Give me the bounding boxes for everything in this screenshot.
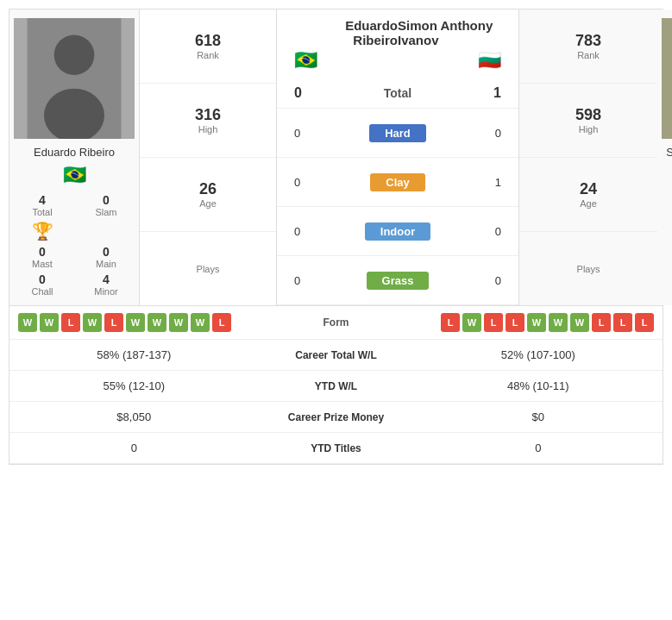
form-badge-l10: L xyxy=(212,313,231,332)
form-badge-r8: L xyxy=(592,313,611,332)
total-left: 0 xyxy=(294,85,302,101)
left-chall-val: 0 xyxy=(14,272,71,286)
form-badge-r5: W xyxy=(527,313,546,332)
right-rank-block: 783 Rank xyxy=(519,9,657,84)
career-total-row: 58% (187-137) Career Total W/L 52% (107-… xyxy=(9,340,663,371)
player-left: Eduardo Ribeiro 🇧🇷 4 Total 0 Slam 🏆 0 Ma… xyxy=(9,9,139,305)
right-total-val: 0 xyxy=(662,193,672,207)
ytd-titles-label: YTD Titles xyxy=(250,442,423,454)
left-minor-stat: 4 Minor xyxy=(78,272,135,297)
form-badge-l7: W xyxy=(148,313,166,332)
ytd-wl-label: YTD W/L xyxy=(250,380,423,392)
right-high-val: 598 xyxy=(575,106,601,124)
left-main-val: 0 xyxy=(78,245,135,259)
career-total-right: 52% (107-100) xyxy=(423,348,655,361)
total-label: Total xyxy=(384,86,411,100)
total-row: 0 Total 1 xyxy=(277,78,518,109)
left-mast-stat: 0 Mast xyxy=(14,245,71,269)
ytd-titles-left: 0 xyxy=(18,442,250,454)
form-badge-l4: W xyxy=(83,313,102,332)
form-badge-l9: W xyxy=(191,313,210,332)
ytd-wl-left: 55% (12-10) xyxy=(18,379,250,392)
form-badge-l2: W xyxy=(40,313,59,332)
indoor-right: 0 xyxy=(495,225,501,238)
clay-right: 1 xyxy=(495,176,501,189)
header-left-flag: 🇧🇷 xyxy=(294,49,317,72)
left-main-stat: 0 Main xyxy=(78,245,135,269)
surface-rows: 0 Hard 0 0 Clay 1 0 Indoor 0 0 Grass xyxy=(277,109,518,305)
prize-money-row: $8,050 Career Prize Money $0 xyxy=(9,402,663,433)
clay-row: 0 Clay 1 xyxy=(277,158,518,207)
left-total-stat: 4 Total xyxy=(14,193,71,217)
left-center-stats: 618 Rank 316 High 26 Age Plays xyxy=(139,9,277,305)
grass-row: 0 Grass 0 xyxy=(277,256,518,305)
left-mast-val: 0 xyxy=(14,245,71,259)
left-flag: 🇧🇷 xyxy=(63,164,86,186)
form-left-badges: W W L W L W W W W L xyxy=(18,313,272,332)
form-badge-r10: L xyxy=(635,313,654,332)
left-trophy: 🏆 xyxy=(14,221,71,241)
form-badge-r7: W xyxy=(570,313,589,332)
form-badge-l5: L xyxy=(104,313,123,332)
right-center-stats: 783 Rank 598 High 24 Age Plays xyxy=(519,9,657,305)
form-badge-l8: W xyxy=(169,313,188,332)
form-right-badges: L W L L W W W L L L xyxy=(401,313,655,332)
form-badge-l3: L xyxy=(61,313,80,332)
hard-badge: Hard xyxy=(369,124,426,142)
ytd-titles-row: 0 YTD Titles 0 xyxy=(9,433,663,464)
right-player-photo xyxy=(662,18,672,139)
total-right: 1 xyxy=(493,85,501,101)
left-chall-stat: 0 Chall xyxy=(14,272,71,297)
form-badge-r4: L xyxy=(506,313,524,332)
right-mast-val: 0 xyxy=(662,245,672,259)
left-player-header: EduardoRibeiro xyxy=(294,18,398,47)
hard-row: 0 Hard 0 xyxy=(277,109,518,158)
right-chall-stat: 0 Chall xyxy=(662,272,672,297)
indoor-badge: Indoor xyxy=(365,222,430,241)
right-plays-block: Plays xyxy=(519,232,657,305)
right-mast-stat: 0 Mast xyxy=(662,245,672,269)
left-age-block: 26 Age xyxy=(140,158,276,232)
left-trophy-icon: 🏆 xyxy=(32,221,53,241)
form-label: Form xyxy=(272,316,401,329)
hard-left: 0 xyxy=(294,127,300,140)
form-badge-l6: W xyxy=(126,313,145,332)
prize-money-left: $8,050 xyxy=(18,410,250,423)
grass-badge: Grass xyxy=(367,272,430,290)
svg-point-1 xyxy=(54,34,95,75)
form-badge-r3: L xyxy=(484,313,503,332)
clay-left: 0 xyxy=(294,176,300,189)
left-total-val: 4 xyxy=(14,193,71,207)
left-age-val: 26 xyxy=(199,180,217,198)
prize-money-label: Career Prize Money xyxy=(250,411,423,423)
right-stats-grid: 0 Total 0 Slam 🏆 0 Mast 0 Main xyxy=(662,193,672,297)
ytd-titles-right: 0 xyxy=(423,442,655,454)
right-high-block: 598 High xyxy=(519,84,657,158)
career-total-label: Career Total W/L xyxy=(250,349,423,361)
form-badge-r2: W xyxy=(462,313,481,332)
form-badge-r1: L xyxy=(441,313,460,332)
left-high-block: 316 High xyxy=(140,84,276,158)
right-total-stat: 0 Total xyxy=(662,193,672,217)
right-player-header: Simon AnthonyIvanov xyxy=(398,18,501,47)
left-player-name: Eduardo Ribeiro xyxy=(34,146,115,159)
hard-right: 0 xyxy=(495,127,501,140)
left-slam-val: 0 xyxy=(78,193,135,207)
top-section: Eduardo Ribeiro 🇧🇷 4 Total 0 Slam 🏆 0 Ma… xyxy=(9,9,663,306)
left-stats-grid: 4 Total 0 Slam 🏆 0 Mast 0 Main xyxy=(14,193,135,297)
career-total-left: 58% (187-137) xyxy=(18,348,250,361)
left-high-val: 316 xyxy=(195,106,221,124)
indoor-left: 0 xyxy=(294,225,300,238)
left-player-photo xyxy=(14,18,135,139)
prize-money-right: $0 xyxy=(423,410,655,423)
form-section: W W L W L W W W W L Form L W L L W W W L xyxy=(9,306,663,465)
right-trophy: 🏆 xyxy=(662,221,672,241)
right-player-name: Simon Anthony Ivanov xyxy=(666,146,672,159)
ytd-wl-right: 48% (10-11) xyxy=(423,379,655,392)
form-badge-r9: L xyxy=(613,313,632,332)
player-right: Simon Anthony Ivanov 🇧🇬 0 Total 0 Slam 🏆… xyxy=(657,9,672,305)
grass-left: 0 xyxy=(294,274,300,287)
left-minor-val: 4 xyxy=(78,272,135,286)
middle-section: EduardoRibeiro Simon AnthonyIvanov 🇧🇷 🇧🇬… xyxy=(277,9,519,305)
clay-badge: Clay xyxy=(370,173,424,191)
